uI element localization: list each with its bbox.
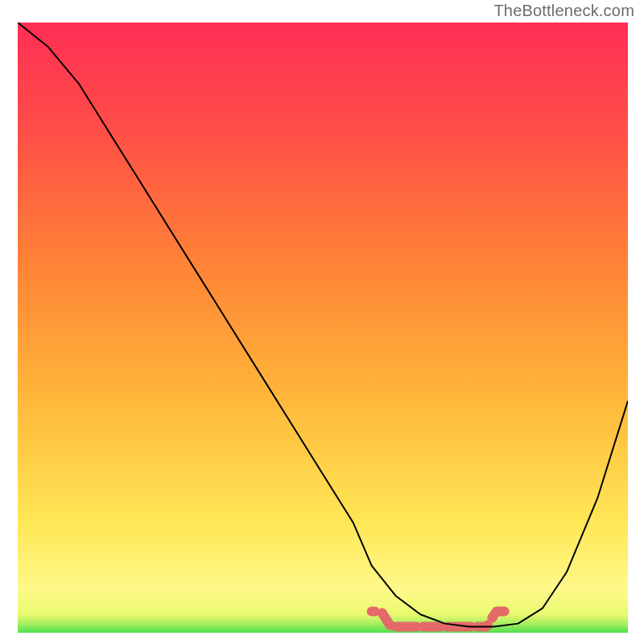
plot-frame: [18, 23, 628, 633]
chart-svg: [18, 23, 628, 633]
chart-wrapper: TheBottleneck.com: [0, 0, 644, 644]
gradient-background: [18, 23, 628, 633]
attribution-label: TheBottleneck.com: [493, 2, 634, 20]
